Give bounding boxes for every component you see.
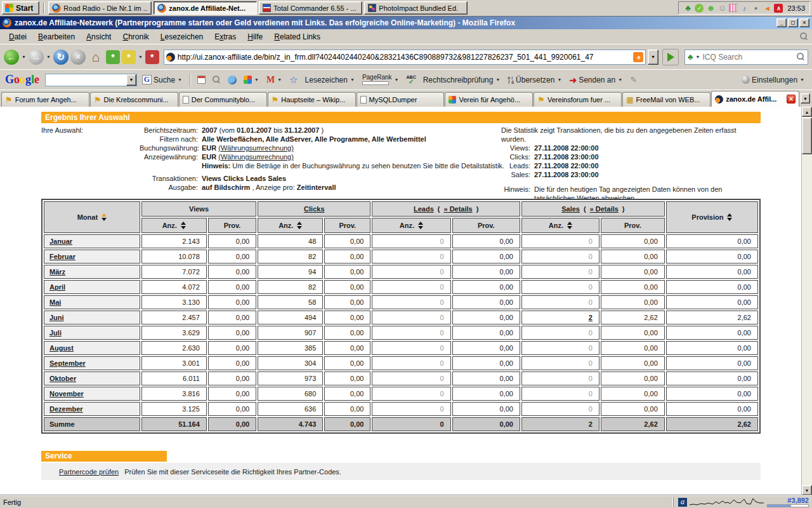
menu-item-hilfe[interactable]: Hilfe <box>242 30 268 43</box>
month-link[interactable]: April <box>49 283 65 291</box>
search-magnifier-icon[interactable] <box>797 53 805 61</box>
gmail-button[interactable]: M▼ <box>265 74 284 86</box>
leads-group-header[interactable]: Leads ( » Details) <box>372 201 520 217</box>
partnercode-pruefen-link[interactable]: Partnercode prüfen <box>59 468 119 476</box>
icq-search-engine-icon[interactable]: ♣ <box>688 52 693 62</box>
leads-header-link[interactable]: Leads <box>414 205 434 213</box>
google-search-input[interactable] <box>46 74 126 86</box>
url-history-dropdown[interactable]: ▼ <box>648 50 658 65</box>
volume-icon[interactable]: ● <box>751 4 760 13</box>
browser-tab[interactable]: ⚑Vereinsforum fuer ... <box>534 92 622 107</box>
scroll-down-icon[interactable]: ▼ <box>802 485 812 495</box>
menu-item-extras[interactable]: Extras <box>209 30 241 43</box>
go-button[interactable] <box>662 49 679 65</box>
minimize-button[interactable]: _ <box>776 18 787 27</box>
close-button[interactable]: ✕ <box>799 18 809 27</box>
menu-item-related-links[interactable]: Related Links <box>269 30 325 43</box>
browser-tab[interactable]: ⚑Forum fuer Angeh... <box>1 92 89 107</box>
month-link[interactable]: September <box>49 359 86 367</box>
month-link[interactable]: Januar <box>49 237 72 245</box>
pagerank-button[interactable]: PageRank ▼ <box>360 73 402 86</box>
back-dropdown-icon[interactable]: ▼ <box>21 55 27 59</box>
vertical-scrollbar[interactable]: ▲ ▼ <box>801 107 812 495</box>
lesezeichen-button[interactable]: Lesezeichen▼ <box>303 74 357 86</box>
url-input[interactable] <box>178 53 631 62</box>
forward-button[interactable]: → <box>29 50 44 65</box>
forward-dropdown-icon[interactable]: ▼ <box>46 55 51 59</box>
uebersetzen-button[interactable]: a í7 å Übersetzen▼ <box>506 74 564 86</box>
menu-item-chronik[interactable]: Chronik <box>117 30 154 43</box>
month-link[interactable]: November <box>49 390 84 398</box>
sales-header-link[interactable]: Sales <box>561 205 580 213</box>
views-anz-header[interactable]: Anz. <box>141 218 207 233</box>
browser-tab[interactable]: ▦FreeMail von WEB... <box>622 92 710 107</box>
browser-tab[interactable]: ⚑Hauptseite – Wikip... <box>268 92 356 107</box>
menu-item-ansicht[interactable]: Ansicht <box>81 30 116 43</box>
clicks-anz-header[interactable]: Anz. <box>258 218 323 233</box>
google-search-button[interactable]: G Suche ▼ <box>140 74 185 86</box>
browser-tab[interactable]: Verein für Angehö... <box>445 92 533 107</box>
browser-tab[interactable]: ⚑Die Krebscommuni... <box>90 92 178 107</box>
einstellungen-button[interactable]: Einstellungen▼ <box>740 74 807 86</box>
browser-tab[interactable]: zanox.de Affil...✕ <box>711 91 799 107</box>
details-link[interactable]: » Details <box>590 205 619 213</box>
month-link[interactable]: August <box>49 344 74 352</box>
search-input[interactable] <box>702 53 795 62</box>
calendar-button[interactable] <box>195 74 207 85</box>
google-earth-button[interactable] <box>226 74 239 86</box>
scrollbar-thumb[interactable] <box>802 117 812 154</box>
extension-green-icon[interactable]: * <box>106 50 120 64</box>
start-button[interactable]: Start <box>2 1 39 15</box>
rechtschreibpruefung-button[interactable]: Rechtschreibprüfung▼ <box>421 74 503 86</box>
smiley-icon[interactable]: ☺ <box>717 4 726 13</box>
taskbar-task[interactable]: Total Commander 6.55 - ... <box>259 1 362 15</box>
back-button[interactable]: ← <box>4 50 19 65</box>
sales-group-header[interactable]: Sales ( » Details) <box>521 201 665 217</box>
month-link[interactable]: Juni <box>49 314 64 321</box>
browser-tab[interactable]: MySQLDumper <box>357 92 445 107</box>
highlighter-button[interactable]: ✎ <box>628 74 639 86</box>
browser-tab[interactable]: Der Communityblo... <box>179 92 267 107</box>
provision-column-header[interactable]: Provision <box>666 201 758 233</box>
page-info-button[interactable] <box>211 74 223 85</box>
loudspeaker-icon[interactable]: ◄ <box>763 4 771 13</box>
views-group-header[interactable]: Views <box>141 201 256 217</box>
details-link[interactable]: » Details <box>443 205 472 213</box>
month-link[interactable]: Juli <box>49 329 62 337</box>
sales-anz-header[interactable]: Anz. <box>521 218 599 233</box>
photos-button[interactable]: ▼ <box>242 74 261 85</box>
google-search-dropdown-icon[interactable]: ▼ <box>126 74 136 86</box>
month-link[interactable]: Februar <box>49 253 75 260</box>
month-link[interactable]: März <box>49 268 65 276</box>
tab-overflow-dropdown[interactable]: ▼ <box>801 93 810 104</box>
month-link[interactable]: Dezember <box>49 405 83 413</box>
taskbar-task[interactable]: zanox.de Affiliate-Net... <box>154 1 257 15</box>
avira-icon[interactable]: ∧ <box>774 4 783 13</box>
month-link[interactable]: Mai <box>49 298 61 306</box>
messenger-contact-icon[interactable]: ☻ <box>706 4 715 13</box>
scroll-up-icon[interactable]: ▲ <box>802 107 812 117</box>
clover-icon[interactable]: ♣ <box>683 4 692 13</box>
taskbar-task[interactable]: PhotoImpact Bundled Ed. <box>364 1 468 15</box>
alexa-rank-widget[interactable]: a #3,892 <box>673 497 809 507</box>
sales-detail-link[interactable]: 2 <box>589 314 593 321</box>
antivirus-check-icon[interactable]: ✓ <box>695 4 704 13</box>
maximize-button[interactable]: □ <box>788 18 798 27</box>
extension-yellow-icon[interactable]: * <box>122 50 136 64</box>
menu-item-datei[interactable]: Datei <box>4 30 32 43</box>
menu-item-lesezeichen[interactable]: Lesezeichen <box>155 30 208 43</box>
currency-conversion-link[interactable]: (Währungsumrechnung) <box>218 144 294 152</box>
rss-feed-icon[interactable]: » <box>633 52 643 62</box>
reload-button[interactable]: ↻ <box>53 50 69 65</box>
page-search-icon[interactable] <box>800 32 808 41</box>
clicks-header-link[interactable]: Clicks <box>304 205 324 213</box>
sound-mixer-icon[interactable]: ♪ <box>740 4 749 13</box>
stop-button[interactable]: ✕ <box>70 50 86 65</box>
taskbar-task[interactable]: Road Radio - Die Nr.1 im ... <box>48 1 152 15</box>
senden-an-button[interactable]: ➜Senden an▼ <box>567 74 625 86</box>
monat-column-header[interactable]: Monat <box>44 201 140 233</box>
search-engine-dropdown-icon[interactable]: ▼ <box>695 55 701 59</box>
clicks-group-header[interactable]: Clicks <box>258 201 370 217</box>
striped-badge-icon[interactable] <box>729 4 737 12</box>
home-button[interactable]: ⌂ <box>88 49 104 65</box>
